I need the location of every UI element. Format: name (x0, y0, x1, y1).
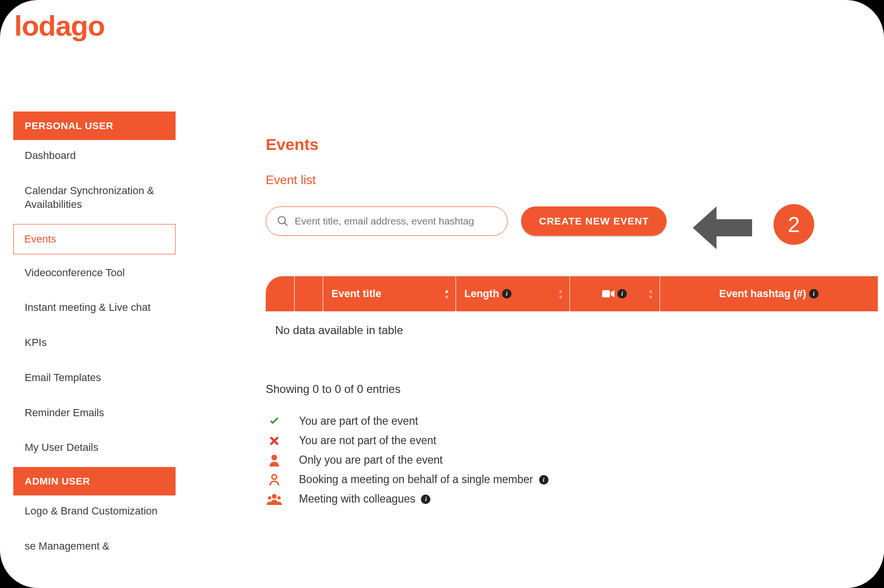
info-icon[interactable]: i (421, 495, 430, 504)
sidebar-item-label: Dashboard (25, 149, 76, 161)
col-video[interactable]: i ▲▼ (569, 276, 660, 311)
legend-row-colleagues: Meeting with colleagues i (266, 493, 884, 505)
legend-row-not-part-of: You are not part of the event (266, 434, 884, 447)
svg-point-6 (268, 496, 271, 499)
sidebar-item-management[interactable]: se Management & (13, 531, 176, 563)
sidebar-item-logo-brand[interactable]: Logo & Brand Customization (13, 495, 176, 528)
search-input[interactable] (295, 215, 497, 227)
info-icon[interactable]: i (617, 289, 627, 299)
col-hashtag[interactable]: Event hashtag (#) i (660, 276, 878, 311)
sidebar-item-label: Events (24, 233, 56, 245)
table-empty-row: No data available in table (266, 311, 878, 349)
legend-label: You are part of the event (299, 415, 418, 428)
legend-label: You are not part of the event (299, 434, 436, 447)
sidebar-item-events[interactable]: Events (13, 224, 176, 254)
search-icon (277, 215, 289, 227)
page-title: Events (266, 135, 884, 154)
info-icon[interactable]: i (539, 475, 549, 485)
sidebar: PERSONAL USER Dashboard Calendar Synchro… (13, 112, 176, 565)
logo-text: lodago (14, 10, 105, 42)
sidebar-item-reminder-emails[interactable]: Reminder Emails (13, 397, 176, 429)
legend-label: Booking a meeting on behalf of a single … (299, 473, 533, 486)
annotation-step-badge: 2 (773, 204, 814, 245)
svg-point-4 (272, 475, 277, 479)
col-length[interactable]: Length i ▲▼ (456, 276, 569, 311)
svg-point-5 (272, 494, 277, 499)
legend-row-only-you: Only you are part of the event (266, 454, 884, 467)
sidebar-item-user-details[interactable]: My User Details (13, 432, 176, 464)
create-new-event-button[interactable]: CREATE NEW EVENT (521, 206, 667, 236)
sidebar-section-personal: PERSONAL USER (13, 112, 176, 140)
sidebar-item-label: My User Details (25, 441, 98, 453)
search-box[interactable] (266, 206, 508, 236)
col-blank-1 (266, 276, 294, 311)
svg-rect-2 (602, 290, 610, 297)
person-outline-icon (266, 474, 283, 486)
sidebar-item-kpis[interactable]: KPIs (13, 327, 176, 359)
sort-icon: ▲▼ (558, 288, 564, 300)
sidebar-item-videoconference[interactable]: Videoconference Tool (13, 257, 176, 289)
sidebar-item-label: Email Templates (25, 372, 101, 383)
sidebar-item-email-templates[interactable]: Email Templates (13, 362, 176, 394)
sidebar-item-label: Instant meeting & Live chat (25, 301, 150, 313)
showing-text: Showing 0 to 0 of 0 entries (266, 383, 884, 396)
app-viewport: lodago PERSONAL USER Dashboard Calendar … (0, 0, 884, 588)
section-title: Event list (266, 173, 884, 187)
svg-point-0 (278, 216, 285, 224)
sidebar-item-label: KPIs (25, 336, 47, 348)
svg-line-1 (284, 223, 288, 226)
sidebar-item-label: se Management & (25, 540, 110, 552)
sidebar-item-label: Videoconference Tool (25, 267, 125, 279)
col-label: Event title (332, 288, 382, 300)
info-icon[interactable]: i (809, 289, 819, 299)
sidebar-item-dashboard[interactable]: Dashboard (13, 140, 176, 172)
svg-point-3 (271, 455, 277, 460)
col-label: Event hashtag (#) (719, 288, 806, 300)
col-blank-2 (294, 276, 323, 311)
cross-icon (266, 436, 283, 446)
main-content: Events Event list CREATE NEW EVENT Event… (237, 112, 884, 588)
person-icon (266, 454, 283, 467)
annotation-arrow-icon (683, 199, 754, 258)
svg-point-7 (278, 496, 281, 499)
legend: You are part of the event You are not pa… (266, 415, 884, 505)
sort-icon: ▲▼ (648, 288, 654, 300)
events-table: Event title ▲▼ Length i ▲▼ i (266, 276, 878, 349)
info-icon[interactable]: i (502, 289, 512, 299)
brand-logo: lodago (14, 9, 105, 42)
sidebar-section-admin: ADMIN USER (13, 467, 176, 495)
sidebar-item-instant-meeting[interactable]: Instant meeting & Live chat (13, 292, 176, 324)
group-icon (266, 494, 283, 505)
legend-label: Only you are part of the event (299, 454, 443, 467)
legend-label: Meeting with colleagues (299, 493, 415, 505)
sidebar-item-label: Calendar Synchronization & Availabilitie… (25, 185, 154, 211)
sort-icon: ▲▼ (444, 288, 450, 300)
legend-row-part-of: You are part of the event (266, 415, 884, 428)
events-table-wrap: Event title ▲▼ Length i ▲▼ i (266, 276, 884, 349)
check-icon (266, 415, 283, 428)
col-label: Length (465, 288, 499, 300)
table-empty-cell: No data available in table (266, 311, 878, 349)
col-event-title[interactable]: Event title ▲▼ (323, 276, 456, 311)
legend-row-on-behalf: Booking a meeting on behalf of a single … (266, 473, 884, 486)
sidebar-item-label: Logo & Brand Customization (25, 505, 158, 517)
sidebar-item-label: Reminder Emails (25, 407, 104, 419)
sidebar-item-calendar-sync[interactable]: Calendar Synchronization & Availabilitie… (13, 175, 176, 221)
annotation-step-number: 2 (788, 212, 800, 237)
video-icon (602, 289, 614, 299)
